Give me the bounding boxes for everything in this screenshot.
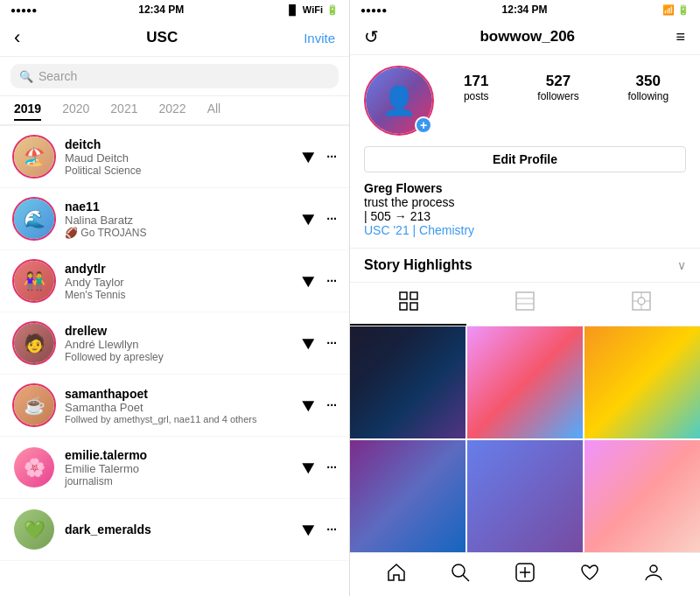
- profile-nav-icon[interactable]: [644, 563, 663, 587]
- user-handle: nae11: [65, 200, 297, 214]
- user-detail: 🏈 Go TROJANS: [65, 227, 297, 239]
- user-name: Samantha Poet: [65, 401, 297, 414]
- tab-tagged[interactable]: [584, 283, 700, 326]
- wifi-icon: WiFi: [303, 4, 323, 15]
- left-status-time: 12:34 PM: [138, 4, 184, 16]
- svg-rect-4: [516, 292, 534, 310]
- profile-username: bowwow_206: [480, 28, 575, 46]
- right-status-bar: ●●●●● 12:34 PM 📶 🔋: [350, 0, 700, 19]
- user-name: Emilie Talermo: [65, 462, 297, 475]
- send-icon[interactable]: [303, 271, 318, 287]
- more-icon[interactable]: ···: [326, 522, 337, 536]
- user-name: Nalina Baratz: [65, 214, 297, 227]
- left-header: ‹ USC Invite: [0, 19, 349, 57]
- list-item: 👫 andytlr Andy Taylor Men's Tennis ···: [0, 250, 349, 312]
- grid-icon: [399, 291, 418, 315]
- heart-nav-icon[interactable]: [580, 563, 599, 587]
- avatar: ☕: [12, 383, 56, 427]
- svg-line-14: [463, 575, 469, 581]
- bio-link[interactable]: USC '21 | Chemistry: [364, 223, 686, 237]
- tab-2020[interactable]: 2020: [62, 102, 89, 119]
- left-status-dots: ●●●●●: [10, 4, 37, 16]
- tab-all[interactable]: All: [207, 102, 221, 119]
- user-info: drellew André Llewllyn Followed by apres…: [65, 324, 297, 363]
- send-icon[interactable]: [303, 458, 318, 473]
- user-name: Andy Taylor: [65, 276, 297, 289]
- photo-cell[interactable]: [467, 440, 583, 552]
- home-nav-icon[interactable]: [387, 563, 406, 587]
- avatar: 🏖️: [12, 135, 56, 179]
- more-icon[interactable]: ···: [326, 212, 337, 226]
- photo-cell[interactable]: [584, 326, 700, 438]
- user-actions: ···: [305, 460, 337, 474]
- tab-grid[interactable]: [350, 283, 466, 326]
- search-input[interactable]: Search: [38, 69, 77, 83]
- left-status-icons: ▐▌ WiFi 🔋: [285, 4, 339, 16]
- more-icon[interactable]: ···: [326, 150, 337, 164]
- following-label: following: [627, 90, 668, 102]
- invite-button[interactable]: Invite: [304, 31, 335, 46]
- photo-cell[interactable]: [350, 440, 466, 552]
- more-icon[interactable]: ···: [326, 460, 337, 474]
- add-nav-icon[interactable]: [515, 563, 535, 587]
- search-box[interactable]: 🔍 Search: [10, 64, 339, 88]
- right-status-icons: 📶 🔋: [662, 4, 690, 16]
- photo-cell[interactable]: [350, 326, 466, 438]
- right-panel: ●●●●● 12:34 PM 📶 🔋 ↺ bowwow_206 ≡ 👤 + 17…: [350, 0, 700, 596]
- search-nav-icon[interactable]: [451, 563, 470, 587]
- tab-feed[interactable]: [466, 283, 583, 326]
- following-stat[interactable]: 350 following: [627, 73, 668, 102]
- bottom-nav: [350, 552, 700, 596]
- user-info: andytlr Andy Taylor Men's Tennis: [65, 262, 297, 301]
- history-icon[interactable]: ↺: [364, 26, 379, 47]
- tab-2022[interactable]: 2022: [158, 102, 186, 119]
- battery-icon: 🔋: [326, 4, 339, 16]
- user-info: nae11 Nalina Baratz 🏈 Go TROJANS: [65, 200, 297, 239]
- svg-rect-2: [400, 303, 407, 310]
- send-icon[interactable]: [303, 209, 318, 225]
- user-handle: deitch: [65, 137, 297, 151]
- user-handle: drellew: [65, 324, 297, 338]
- followers-count: 527: [546, 73, 570, 90]
- avatar: 🌊: [12, 197, 56, 241]
- send-icon[interactable]: [303, 333, 318, 349]
- user-detail: Follwed by amethyst_grl, nae11 and 4 oth…: [65, 414, 297, 424]
- send-icon[interactable]: [303, 520, 318, 536]
- tab-2021[interactable]: 2021: [110, 102, 137, 119]
- left-panel: ●●●●● 12:34 PM ▐▌ WiFi 🔋 ‹ USC Invite 🔍 …: [0, 0, 350, 596]
- more-icon[interactable]: ···: [326, 274, 337, 288]
- view-tabs: [350, 283, 700, 326]
- search-icon: 🔍: [19, 70, 33, 83]
- user-info: emilie.talermo Emilie Talermo journalism: [65, 448, 297, 487]
- user-info: dark_emeralds: [65, 522, 297, 536]
- svg-point-13: [452, 564, 465, 577]
- story-highlights-section[interactable]: Story Highlights ∨: [350, 248, 700, 283]
- send-icon[interactable]: [303, 396, 318, 411]
- edit-profile-button[interactable]: Edit Profile: [364, 146, 686, 172]
- back-button[interactable]: ‹: [14, 26, 20, 49]
- photo-cell[interactable]: [467, 326, 583, 438]
- more-icon[interactable]: ···: [326, 398, 337, 412]
- more-icon[interactable]: ···: [326, 336, 337, 350]
- photo-cell[interactable]: [584, 440, 700, 552]
- bio-line-2: | 505 → 213: [364, 209, 686, 223]
- posts-stat[interactable]: 171 posts: [464, 73, 489, 102]
- svg-point-18: [650, 565, 657, 572]
- posts-label: posts: [464, 90, 489, 102]
- chevron-down-icon[interactable]: ∨: [677, 258, 686, 272]
- user-detail: journalism: [65, 475, 297, 487]
- tab-2019[interactable]: 2019: [14, 102, 41, 121]
- user-handle: emilie.talermo: [65, 448, 297, 462]
- send-icon[interactable]: [303, 147, 318, 163]
- user-info: samanthapoet Samantha Poet Follwed by am…: [65, 387, 297, 424]
- user-actions: ···: [305, 522, 337, 536]
- user-detail: Followed by apresley: [65, 351, 297, 363]
- user-actions: ···: [305, 398, 337, 412]
- followers-stat[interactable]: 527 followers: [537, 73, 578, 102]
- add-story-badge[interactable]: +: [415, 116, 432, 134]
- photo-grid: [350, 326, 700, 552]
- hamburger-menu-icon[interactable]: ≡: [676, 28, 686, 46]
- right-header: ↺ bowwow_206 ≡: [350, 19, 700, 55]
- avatar: 👫: [12, 259, 56, 303]
- feed-icon: [515, 291, 535, 315]
